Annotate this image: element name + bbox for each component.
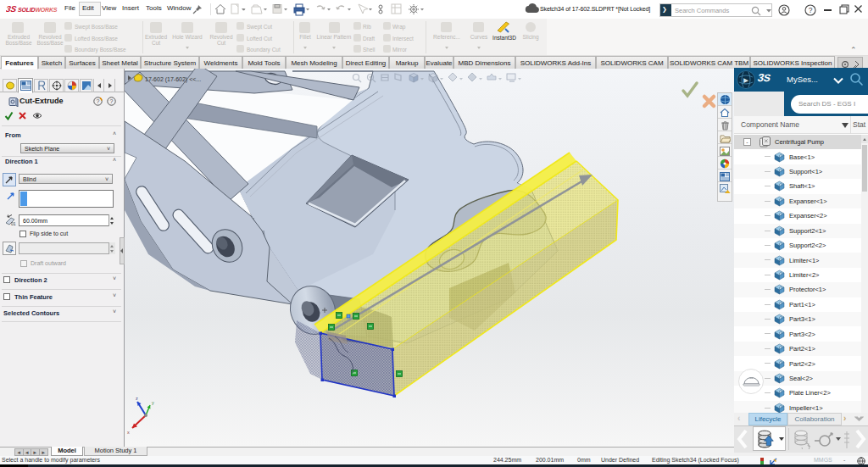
svg-text:17-602 (17-602) <<...: 17-602 (17-602) <<... [145, 76, 201, 83]
svg-text:z: z [136, 396, 138, 401]
svg-text:▶: ▶ [743, 77, 748, 84]
svg-text:x: x [127, 430, 130, 435]
svg-text:01: 01 [11, 221, 16, 226]
svg-text:?: ? [97, 98, 100, 104]
svg-text:y: y [152, 400, 154, 405]
svg-text:?: ? [110, 98, 114, 104]
